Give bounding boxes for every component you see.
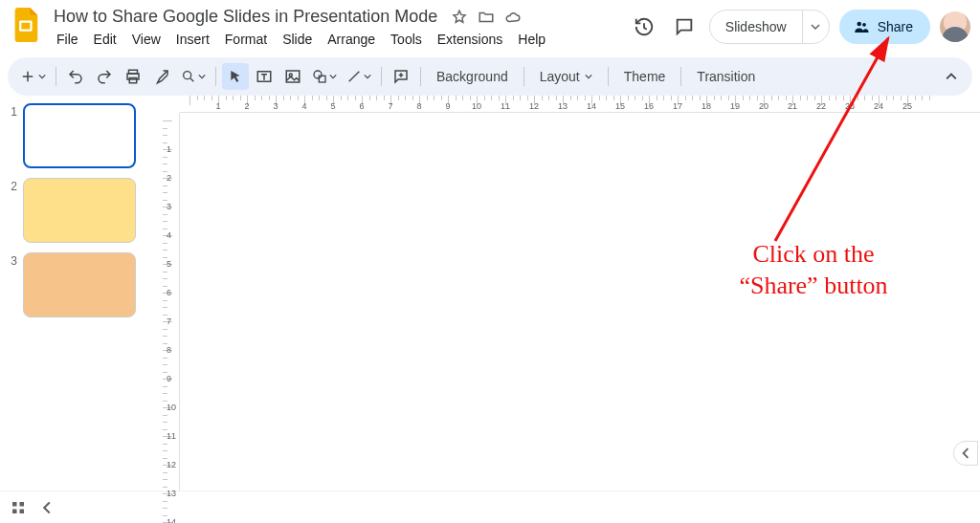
ruler-label: 7 (167, 316, 171, 326)
cloud-status-icon[interactable] (504, 9, 522, 26)
select-tool[interactable] (222, 63, 249, 90)
ruler-label: 9 (445, 101, 450, 111)
ruler-label: 1 (215, 101, 220, 111)
ruler-label: 11 (167, 431, 176, 441)
slideshow-button-group: Slideshow (709, 10, 830, 44)
comments-icon[interactable] (669, 11, 700, 42)
svg-rect-13 (12, 502, 17, 507)
ruler-label: 14 (587, 101, 596, 111)
title-column: How to Share Google Slides in Presentati… (50, 6, 552, 49)
slideshow-button[interactable]: Slideshow (710, 11, 802, 43)
ruler-label: 4 (167, 230, 171, 240)
ruler-label: 14 (167, 517, 176, 523)
ruler-label: 22 (816, 101, 826, 111)
ruler-label: 13 (167, 489, 176, 498)
ruler-label: 12 (529, 101, 539, 111)
menu-extensions[interactable]: Extensions (431, 30, 509, 49)
menu-help[interactable]: Help (511, 30, 552, 49)
menu-file[interactable]: File (50, 30, 85, 49)
line-tool[interactable] (343, 63, 375, 90)
paint-format-button[interactable] (148, 63, 175, 90)
zoom-button[interactable] (177, 63, 210, 90)
header-right: Slideshow Share (629, 10, 970, 44)
menu-insert[interactable]: Insert (169, 30, 216, 49)
ruler-label: 19 (730, 101, 740, 111)
slideshow-dropdown[interactable] (802, 11, 829, 43)
menu-bar: File Edit View Insert Format Slide Arran… (50, 30, 552, 49)
ruler-label: 13 (558, 101, 568, 111)
layout-button[interactable]: Layout (530, 63, 602, 90)
svg-point-7 (184, 72, 191, 79)
svg-point-11 (314, 71, 322, 78)
star-icon[interactable] (451, 9, 468, 26)
menu-edit[interactable]: Edit (87, 30, 123, 49)
thumb-row-1[interactable]: 1 (6, 103, 157, 168)
thumb-number: 1 (6, 103, 17, 119)
slides-logo[interactable] (10, 8, 44, 42)
ruler-label: 2 (167, 173, 171, 183)
share-label: Share (878, 19, 913, 34)
menu-format[interactable]: Format (218, 30, 274, 49)
ruler-label: 9 (167, 374, 171, 383)
app-header: How to Share Google Slides in Presentati… (0, 0, 980, 54)
ruler-label: 23 (845, 101, 855, 111)
thumbnail-3[interactable] (23, 252, 136, 317)
share-button[interactable]: Share (839, 10, 930, 44)
move-icon[interactable] (478, 9, 495, 26)
shape-tool[interactable] (308, 63, 341, 90)
ruler-label: 20 (759, 101, 768, 111)
horizontal-ruler: 1234567891011121314151617181920212223242… (180, 96, 980, 113)
prev-slide-icon[interactable] (40, 501, 54, 514)
ruler-label: 11 (501, 101, 510, 111)
slide-canvas[interactable] (180, 113, 980, 490)
menu-tools[interactable]: Tools (384, 30, 429, 49)
svg-point-3 (862, 23, 866, 27)
toolbar: Background Layout Theme Transition (8, 57, 972, 96)
ruler-label: 8 (167, 345, 171, 355)
new-slide-button[interactable] (15, 63, 50, 90)
redo-button[interactable] (91, 63, 118, 90)
bottom-bar (0, 490, 980, 523)
toolbar-separator (381, 67, 382, 86)
explore-fab[interactable] (953, 441, 978, 466)
thumbnail-2[interactable] (23, 178, 136, 243)
svg-rect-12 (319, 76, 325, 82)
svg-point-2 (857, 22, 861, 27)
thumbnail-1[interactable] (23, 103, 136, 168)
grid-view-icon[interactable] (10, 499, 27, 516)
account-avatar[interactable] (940, 11, 970, 42)
collapse-toolbar-button[interactable] (938, 63, 965, 90)
thumb-number: 2 (6, 178, 17, 193)
vertical-ruler: 1234567891011121314 (163, 113, 180, 490)
ruler-label: 5 (167, 259, 171, 269)
svg-rect-15 (12, 509, 17, 513)
toolbar-separator (215, 67, 216, 86)
thumb-number: 3 (6, 252, 17, 268)
title-actions (451, 9, 522, 26)
people-icon (853, 18, 870, 35)
slide-thumbnails-panel: 1 2 3 (0, 96, 163, 490)
ruler-label: 3 (167, 202, 171, 211)
toolbar-separator (608, 67, 609, 86)
toolbar-separator (680, 67, 681, 86)
document-title[interactable]: How to Share Google Slides in Presentati… (50, 6, 441, 28)
comment-button[interactable] (388, 63, 414, 90)
image-tool[interactable] (279, 63, 306, 90)
menu-slide[interactable]: Slide (276, 30, 319, 49)
thumb-row-3[interactable]: 3 (6, 252, 157, 317)
background-button[interactable]: Background (427, 63, 518, 90)
menu-arrange[interactable]: Arrange (321, 30, 382, 49)
textbox-tool[interactable] (251, 63, 278, 90)
thumb-row-2[interactable]: 2 (6, 178, 157, 243)
svg-rect-9 (286, 71, 300, 82)
print-button[interactable] (120, 63, 146, 90)
ruler-label: 16 (644, 101, 654, 111)
ruler-label: 7 (388, 101, 392, 111)
history-icon[interactable] (629, 11, 659, 42)
undo-button[interactable] (62, 63, 89, 90)
theme-button[interactable]: Theme (614, 63, 676, 90)
canvas-area: 1234567891011121314151617181920212223242… (163, 96, 980, 490)
menu-view[interactable]: View (125, 30, 167, 49)
transition-button[interactable]: Transition (687, 63, 765, 90)
ruler-label: 25 (902, 101, 912, 111)
